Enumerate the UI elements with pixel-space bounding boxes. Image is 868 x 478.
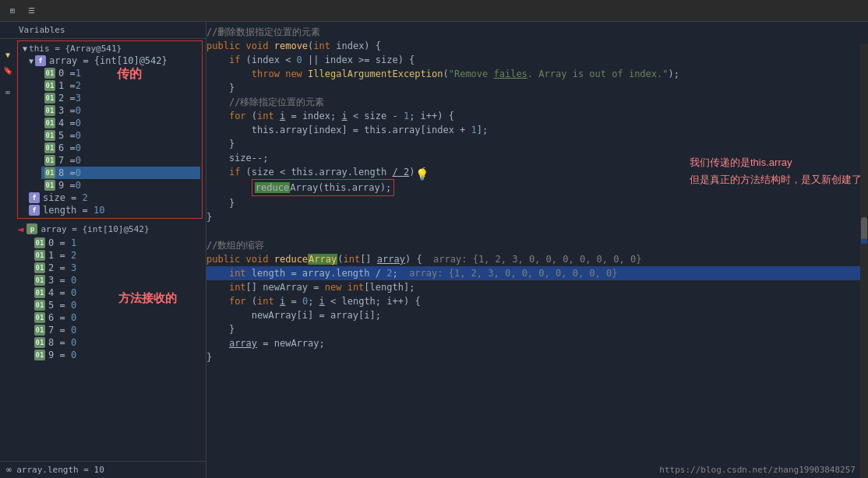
param-array-label: array = {int[10]@542} [41, 224, 149, 234]
p-type-i-3: 01 [34, 275, 45, 286]
top-toolbar: ⊞ ☰ [0, 0, 868, 22]
code-line-reduce-call: reduceArray(this.array); 我们传递的是this.arra… [206, 179, 868, 196]
code-line-comment1: //删除数据指定位置的元素 [206, 25, 868, 39]
p-type-i-4: 01 [34, 287, 45, 298]
p-type-i-7: 01 [34, 325, 45, 336]
this-expand[interactable]: ▼ [23, 44, 27, 53]
code-line-length-assign: int length = array.length / 2; array: {1… [206, 266, 868, 280]
array-expand[interactable]: ▼ [29, 57, 34, 65]
size-badge: f [29, 192, 40, 203]
array-length-label: ∞ array.length = 10 [0, 461, 206, 478]
type-i-2: 01 [44, 93, 55, 104]
code-line-newarray-assign: newArray[i] = array[i]; [206, 308, 868, 322]
p-arr-6[interactable]: 016 = 0 [31, 311, 203, 324]
code-line-newarray: int[] newArray = new int[length]; [206, 280, 868, 294]
code-editor: //删除数据指定位置的元素 public void remove(int ind… [206, 22, 868, 478]
variables-header: Variables [0, 22, 206, 39]
arr-8-selected[interactable]: 018 = 0 [41, 167, 200, 179]
length-var[interactable]: f length = 10 [19, 204, 200, 216]
code-line-comment3: //数组的缩容 [206, 238, 868, 252]
arr-9[interactable]: 019 = 0 [41, 179, 200, 192]
code-line-close5: } [206, 322, 868, 336]
code-line-remove-sig: public void remove(int index) { [206, 39, 868, 53]
scrollbar-thumb[interactable] [861, 217, 867, 241]
right-scrollbar[interactable] [860, 44, 868, 478]
arr-1[interactable]: 011 = 2 [41, 79, 200, 92]
p-arr-9[interactable]: 019 = 0 [31, 349, 203, 361]
code-line-close6: } [206, 350, 868, 364]
this-section: ▼ this = {Array@541} ▼ f array = {int[10… [17, 40, 203, 219]
p-arr-5[interactable]: 015 = 0 [31, 299, 203, 311]
size-var[interactable]: f size = 2 [19, 192, 200, 204]
gutter-icons: ▼ 🔖 ∞ [0, 45, 16, 101]
code-line-assign: this.array[index] = this.array[index + 1… [206, 123, 868, 137]
this-var-item[interactable]: ▼ this = {Array@541} [19, 43, 200, 54]
code-line-close1: } [206, 81, 868, 95]
type-i-8: 01 [44, 167, 55, 178]
arr-2[interactable]: 012 = 3 [41, 92, 200, 104]
p-type-i-8: 01 [34, 337, 45, 348]
red-arrow-icon: ◄ [17, 223, 23, 235]
p-arr-0[interactable]: 010 = 1 [31, 237, 203, 249]
code-line-for2: for (int i = 0; i < length; i++) { [206, 294, 868, 308]
array-elements-top: 010 = 1 011 = 2 012 = 3 013 = 0 014 = 0 … [19, 67, 200, 192]
lightbulb-icon[interactable]: 💡 [415, 168, 429, 181]
arr-5[interactable]: 015 = 0 [41, 129, 200, 142]
param-array-section: ◄ p array = {int[10]@542} 010 = 1 011 = … [17, 223, 203, 306]
type-i-1: 01 [44, 80, 55, 91]
code-line-comment2: //移除指定位置的元素 [206, 95, 868, 109]
type-i-9: 01 [44, 180, 55, 191]
p-arr-7[interactable]: 017 = 0 [31, 324, 203, 336]
scroll-marker [861, 239, 867, 244]
bookmark-icon[interactable]: 🔖 [2, 64, 14, 76]
p-type-i-5: 01 [34, 300, 45, 311]
p-type-i-1: 01 [34, 250, 45, 261]
p-type-i-2: 01 [34, 262, 45, 273]
reduce-call-box: reduceArray(this.array); [252, 179, 394, 196]
variables-content: ▼ this = {Array@541} ▼ f array = {int[10… [0, 39, 206, 461]
param-p-badge: p [26, 223, 37, 234]
type-i-4: 01 [44, 118, 55, 128]
p-type-i-6: 01 [34, 312, 45, 323]
arr-4[interactable]: 014 = 0 [41, 117, 200, 129]
annotation-chuandi: 我们传递的是this.array 但是真正的方法结构时，是又新创建了一个对象 [690, 156, 868, 187]
infinity-icon[interactable]: ∞ [2, 86, 14, 98]
arr-0[interactable]: 010 = 1 [41, 67, 200, 79]
code-line-close4: } [206, 210, 868, 224]
arr-3[interactable]: 013 = 0 [41, 104, 200, 117]
array-var-item[interactable]: ▼ f array = {int[10]@542} [19, 54, 200, 67]
p-type-i-0: 01 [34, 237, 45, 248]
p-arr-4[interactable]: 014 = 0 [31, 286, 203, 299]
type-i-6: 01 [44, 142, 55, 153]
p-arr-2[interactable]: 012 = 3 [31, 262, 203, 274]
length-badge: f [29, 205, 40, 216]
arr-7[interactable]: 017 = 0 [41, 154, 200, 167]
code-line-for: for (int i = index; i < size - 1; i++) { [206, 109, 868, 123]
code-blank-line [206, 224, 868, 238]
filter-icon[interactable]: ▼ [2, 48, 14, 61]
type-i-3: 01 [44, 105, 55, 116]
menu-icon[interactable]: ☰ [25, 5, 37, 17]
p-type-i-9: 01 [34, 350, 45, 360]
arr-6[interactable]: 016 = 0 [41, 142, 200, 154]
array-type-badge: f [35, 55, 46, 66]
code-line-close2: } [206, 137, 868, 151]
type-i-7: 01 [44, 155, 55, 166]
code-line-array-assign: array = newArray; [206, 336, 868, 350]
code-line-reduce-sig: public void reduceArray(int[] array) { a… [206, 252, 868, 266]
p-arr-1[interactable]: 011 = 2 [31, 249, 203, 262]
main-area: ▼ 🔖 ∞ Variables ▼ this = {Array@541} ▼ f… [0, 22, 868, 478]
grid-icon[interactable]: ⊞ [6, 5, 19, 17]
code-scroll[interactable]: //删除数据指定位置的元素 public void remove(int ind… [206, 22, 868, 478]
param-section-header: ◄ p array = {int[10]@542} [17, 223, 203, 235]
code-line-if1: if (index < 0 || index >= size) { [206, 53, 868, 67]
param-array-elements: 010 = 1 011 = 2 012 = 3 013 = 0 014 = 0 … [17, 237, 203, 361]
p-arr-8[interactable]: 018 = 0 [31, 336, 203, 349]
variables-panel: ▼ 🔖 ∞ Variables ▼ this = {Array@541} ▼ f… [0, 22, 206, 478]
url-label: https://blog.csdn.net/zhang19903848257 [659, 465, 856, 475]
code-line-close3: } [206, 196, 868, 210]
type-i-5: 01 [44, 130, 55, 141]
code-line-throw: throw new IllegalArgumentException("Remo… [206, 67, 868, 81]
p-arr-3[interactable]: 013 = 0 [31, 274, 203, 286]
array-label: array = {int[10]@542} [49, 55, 168, 66]
